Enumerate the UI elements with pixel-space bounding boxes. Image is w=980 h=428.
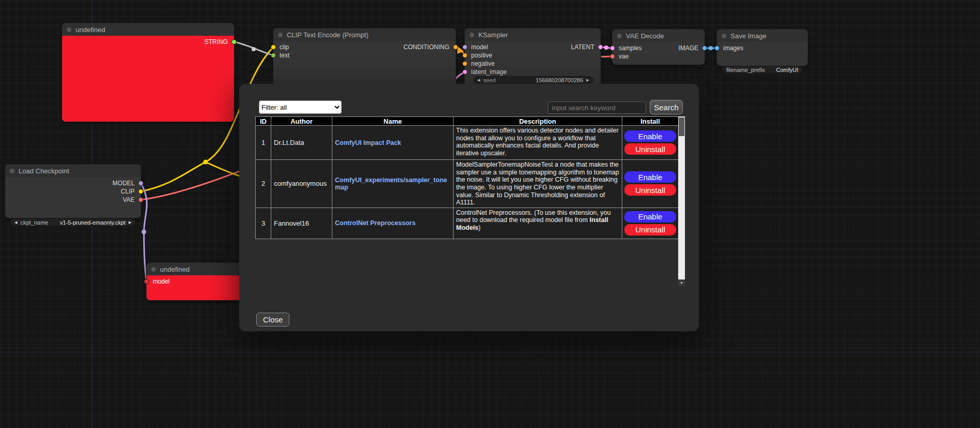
table-row: 1 Dr.Lt.Data ComfyUI Impact Pack This ex… bbox=[256, 126, 679, 160]
output-slot-label: CLIP bbox=[121, 188, 135, 195]
seed-widget[interactable]: ◀ seed 156680208700286 ▶ bbox=[473, 76, 593, 84]
scrollbar-thumb[interactable] bbox=[679, 117, 684, 136]
node-title-bar[interactable]: KSampler bbox=[465, 28, 601, 41]
connection-dot[interactable] bbox=[138, 197, 143, 202]
connection-dot[interactable] bbox=[231, 39, 237, 45]
enable-button[interactable]: Enable bbox=[624, 171, 676, 183]
enable-button[interactable]: Enable bbox=[624, 211, 676, 223]
node-title-bar[interactable]: undefined bbox=[147, 263, 243, 275]
output-slot-label: VAE bbox=[123, 196, 135, 203]
connection-dot[interactable] bbox=[462, 61, 467, 66]
ext-id: 1 bbox=[256, 126, 271, 160]
uninstall-button[interactable]: Uninstall bbox=[624, 224, 676, 235]
search-input[interactable] bbox=[548, 101, 646, 114]
node-title-bar[interactable]: CLIP Text Encode (Prompt) bbox=[273, 28, 456, 41]
table-scrollbar[interactable]: ▼ bbox=[678, 116, 685, 286]
connection-dot[interactable] bbox=[702, 46, 707, 51]
input-slot-label: model bbox=[471, 43, 488, 51]
ext-description: ControlNet Preprocessors. (To use this e… bbox=[454, 208, 622, 239]
connection-dot[interactable] bbox=[610, 54, 615, 59]
input-slot-label: text bbox=[280, 52, 289, 59]
filename-prefix-widget[interactable]: filename_prefix ComfyUI bbox=[722, 66, 802, 73]
ext-description: ModelSamplerTonemapNoiseTest a node that… bbox=[454, 160, 622, 208]
collapse-dot-icon[interactable] bbox=[67, 27, 71, 32]
ext-description-text: ControlNet Preprocessors. (To use this e… bbox=[456, 209, 611, 224]
connection-dot[interactable] bbox=[271, 53, 276, 58]
col-header-description: Description bbox=[454, 117, 622, 126]
collapse-dot-icon[interactable] bbox=[722, 34, 726, 38]
connection-dot[interactable] bbox=[598, 45, 603, 50]
ext-name-link[interactable]: ControlNet Preprocessors bbox=[335, 219, 416, 227]
collapse-dot-icon[interactable] bbox=[470, 33, 474, 37]
input-slot-label: latent_image bbox=[471, 68, 507, 76]
node-title: CLIP Text Encode (Prompt) bbox=[287, 31, 369, 39]
connection-dot[interactable] bbox=[462, 45, 467, 50]
ext-name-link[interactable]: ComfyUI Impact Pack bbox=[335, 139, 401, 146]
extension-table: ID Author Name Description Install 1 Dr.… bbox=[255, 116, 679, 239]
node-title-bar[interactable]: VAE Decode bbox=[612, 29, 705, 42]
node-save-image[interactable]: Save Image images filename_prefix ComfyU… bbox=[717, 29, 808, 66]
connection-dot[interactable] bbox=[271, 45, 276, 50]
node-title-bar[interactable]: undefined bbox=[62, 23, 234, 36]
extension-table-container: ID Author Name Description Install 1 Dr.… bbox=[255, 116, 685, 286]
widget-value: ComfyUI bbox=[768, 67, 798, 73]
increment-arrow-icon[interactable]: ▶ bbox=[587, 78, 589, 82]
ckpt-name-widget[interactable]: ◀ ckpt_name v1-5-pruned-emaonly.ckpt ▶ bbox=[10, 218, 136, 226]
connection-dot[interactable] bbox=[462, 53, 467, 58]
ext-id: 3 bbox=[256, 208, 271, 239]
enable-button[interactable]: Enable bbox=[624, 130, 676, 142]
ext-description-text: ) bbox=[478, 224, 480, 231]
previous-arrow-icon[interactable]: ◀ bbox=[14, 220, 17, 224]
uninstall-button[interactable]: Uninstall bbox=[624, 143, 676, 155]
output-slot-label: CONDITIONING bbox=[403, 43, 449, 51]
input-slot-label: images bbox=[723, 45, 743, 52]
connection-dot[interactable] bbox=[453, 45, 458, 50]
scroll-down-button[interactable]: ▼ bbox=[678, 279, 685, 286]
node-title: Load Checkpoint bbox=[19, 167, 69, 175]
col-header-id: ID bbox=[256, 117, 271, 126]
node-undefined-top[interactable]: undefined STRING bbox=[62, 23, 234, 122]
connection-dot[interactable] bbox=[462, 69, 467, 75]
uninstall-button[interactable]: Uninstall bbox=[624, 184, 676, 196]
input-slot-label: positive bbox=[471, 52, 492, 59]
connection-dot[interactable] bbox=[610, 46, 615, 51]
node-undefined-bottom[interactable]: undefined model bbox=[147, 263, 243, 300]
output-slot-clip: CLIP bbox=[5, 187, 141, 196]
connection-dot[interactable] bbox=[714, 46, 720, 51]
node-error-body: model bbox=[147, 275, 243, 300]
node-title: VAE Decode bbox=[626, 32, 664, 40]
search-button[interactable]: Search bbox=[650, 100, 683, 114]
node-title-bar[interactable]: Save Image bbox=[717, 29, 808, 42]
col-header-author: Author bbox=[271, 117, 332, 126]
next-arrow-icon[interactable]: ▶ bbox=[129, 220, 131, 224]
input-slot-label: clip bbox=[280, 43, 289, 51]
input-slot-label: vae bbox=[619, 53, 628, 60]
node-title: undefined bbox=[76, 26, 105, 34]
connection-dot[interactable] bbox=[138, 181, 143, 186]
output-slot-image: IMAGE bbox=[678, 44, 705, 52]
output-slot-model: MODEL bbox=[5, 179, 141, 187]
node-load-checkpoint[interactable]: Load Checkpoint MODEL CLIP VAE ◀ ckpt_na… bbox=[5, 165, 141, 218]
collapse-dot-icon[interactable] bbox=[151, 267, 156, 272]
node-error-body: STRING bbox=[62, 36, 234, 122]
input-slot-text: text bbox=[273, 51, 456, 60]
node-title: KSampler bbox=[478, 31, 508, 39]
input-slot-label: model bbox=[153, 278, 170, 285]
connection-dot[interactable] bbox=[144, 279, 149, 284]
filter-select[interactable]: Filter: all bbox=[259, 100, 342, 114]
close-button[interactable]: Close bbox=[256, 313, 289, 327]
node-title-bar[interactable]: Load Checkpoint bbox=[5, 165, 141, 177]
decrement-arrow-icon[interactable]: ◀ bbox=[477, 78, 480, 82]
ext-name-link[interactable]: ComfyUI_experiments/sampler_tonemap bbox=[335, 176, 447, 191]
node-vae-decode[interactable]: VAE Decode samples vae IMAGE bbox=[612, 29, 705, 65]
collapse-dot-icon[interactable] bbox=[617, 34, 622, 38]
collapse-dot-icon[interactable] bbox=[10, 169, 14, 173]
col-header-install: Install bbox=[622, 117, 679, 126]
collapse-dot-icon[interactable] bbox=[278, 33, 283, 37]
input-slot-images: images bbox=[717, 44, 808, 52]
output-slot-string: STRING bbox=[204, 38, 234, 46]
connection-dot[interactable] bbox=[138, 189, 143, 194]
ext-author: comfyanonymous bbox=[271, 160, 332, 208]
output-slot-latent: LATENT bbox=[571, 43, 601, 51]
input-slot-model: model bbox=[147, 277, 243, 286]
